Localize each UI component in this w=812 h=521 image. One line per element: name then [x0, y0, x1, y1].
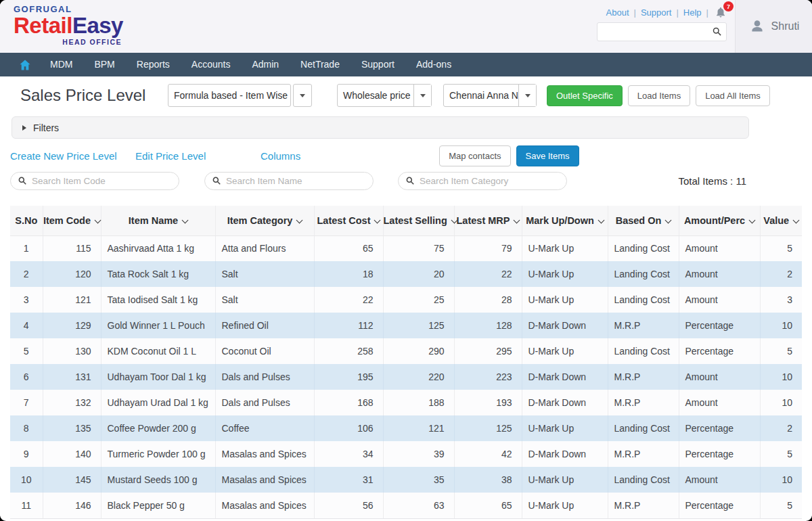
- item-name-search-input[interactable]: [226, 176, 366, 186]
- table-cell: Dals and Pulses: [215, 364, 314, 390]
- user-name: Shruti: [771, 20, 800, 32]
- home-nav-button[interactable]: [11, 58, 39, 72]
- user-menu[interactable]: Shruti: [735, 0, 812, 53]
- table-cell: Tata Rock Salt 1 kg: [101, 261, 215, 287]
- search-icon[interactable]: [712, 26, 722, 39]
- nav-item-nettrade[interactable]: NetTrade: [290, 53, 351, 76]
- dropdown-arrow-button[interactable]: [518, 85, 536, 106]
- dropdown-arrow-button[interactable]: [413, 85, 431, 106]
- nav-item-admin[interactable]: Admin: [241, 53, 290, 76]
- item-category-search-input[interactable]: [420, 176, 560, 186]
- table-cell: 135: [43, 415, 101, 441]
- support-link[interactable]: Support: [641, 7, 672, 18]
- chevron-down-icon: [182, 217, 189, 223]
- item-name-search[interactable]: [204, 172, 374, 190]
- table-row: 9140Turmeric Powder 100 gMasalas and Spi…: [10, 441, 802, 467]
- price-level-type-value: Formula based - Item Wise: [168, 84, 291, 107]
- table-cell: Amount: [679, 390, 760, 415]
- outlet-specific-button[interactable]: Outlet Specific: [547, 85, 623, 106]
- column-header-mark-up-down[interactable]: Mark Up/Down: [522, 206, 608, 235]
- save-items-button[interactable]: Save Items: [516, 145, 579, 166]
- table-cell: 22: [314, 287, 383, 313]
- caret-down-icon: [420, 94, 426, 97]
- column-label: Item Code: [43, 215, 91, 226]
- table-row: 8135Coffee Powder 200 gCoffee106121125U-…: [10, 415, 802, 441]
- help-link[interactable]: Help: [683, 7, 702, 18]
- table-cell: M.R.P: [608, 441, 679, 467]
- nav-item-bpm[interactable]: BPM: [83, 53, 125, 76]
- table-cell: Percentage: [679, 338, 760, 364]
- load-all-items-button[interactable]: Load All Items: [696, 85, 770, 106]
- dropdown-arrow-button[interactable]: [293, 84, 312, 107]
- table-cell: 9: [10, 441, 43, 467]
- item-code-search[interactable]: [10, 172, 179, 190]
- table-cell: U-Mark Up: [522, 467, 608, 493]
- table-cell: 168: [314, 390, 383, 415]
- column-label: Mark Up/Down: [526, 215, 594, 226]
- table-cell: Amount: [679, 261, 760, 287]
- chevron-down-icon: [665, 217, 672, 223]
- total-items-value: 11: [736, 175, 746, 187]
- columns-link[interactable]: Columns: [261, 150, 300, 162]
- table-cell: U-Mark Up: [522, 338, 608, 364]
- column-header-latest-cost[interactable]: Latest Cost: [314, 206, 383, 235]
- column-header-item-code[interactable]: Item Code: [43, 206, 101, 235]
- table-cell: 11: [10, 493, 43, 518]
- table-cell: Black Pepper 50 g: [101, 493, 215, 518]
- column-header-latest-selling[interactable]: Latest Selling: [383, 206, 454, 235]
- about-link[interactable]: About: [606, 7, 629, 18]
- table-cell: D-Mark Down: [522, 364, 608, 390]
- table-cell: 28: [454, 287, 522, 313]
- column-label: Item Name: [129, 215, 178, 226]
- table-cell: 140: [43, 441, 101, 467]
- nav-item-reports[interactable]: Reports: [126, 53, 181, 76]
- global-search-input[interactable]: [597, 22, 727, 41]
- nav-item-accounts[interactable]: Accounts: [181, 53, 242, 76]
- table-cell: 20: [383, 261, 454, 287]
- table-cell: Percentage: [679, 441, 760, 467]
- app-window: GOFRUGAL RetailEasy HEAD OFFICE About | …: [0, 0, 812, 521]
- column-header-based-on[interactable]: Based On: [608, 206, 679, 235]
- total-items-label: Total Items :: [678, 175, 733, 187]
- caret-right-icon: [22, 125, 26, 131]
- filters-accordion[interactable]: Filters: [12, 116, 749, 139]
- table-cell: Udhayam Urad Dal 1 kg: [101, 390, 215, 415]
- table-cell: Salt: [215, 261, 314, 287]
- global-search: [597, 22, 727, 41]
- table-cell: 5: [760, 493, 802, 518]
- column-header-value[interactable]: Value: [760, 206, 802, 235]
- table-row: 5130KDM Coconut Oil 1 LCoconut Oil258290…: [10, 338, 802, 364]
- outlet-select[interactable]: Chennai Anna Nag: [443, 84, 537, 107]
- table-cell: 146: [43, 493, 101, 518]
- create-new-price-level-link[interactable]: Create New Price Level: [10, 150, 135, 162]
- search-icon: [18, 176, 27, 185]
- nav-item-mdm[interactable]: MDM: [39, 53, 83, 76]
- column-header-item-name[interactable]: Item Name: [101, 206, 215, 235]
- table-cell: Turmeric Powder 100 g: [101, 441, 215, 467]
- table-cell: Dals and Pulses: [215, 390, 314, 415]
- column-header-item-category[interactable]: Item Category: [215, 206, 314, 235]
- table-cell: Coconut Oil: [215, 338, 314, 364]
- column-header-latest-mrp[interactable]: Latest MRP: [454, 206, 522, 235]
- table-row: 6131Udhayam Toor Dal 1 kgDals and Pulses…: [10, 364, 802, 390]
- chevron-down-icon: [296, 217, 303, 223]
- table-cell: 220: [383, 364, 454, 390]
- table-cell: 193: [454, 390, 522, 415]
- actions-row: Create New Price Level Edit Price Level …: [0, 145, 812, 166]
- map-contacts-button[interactable]: Map contacts: [439, 145, 510, 166]
- chevron-down-icon: [597, 217, 604, 223]
- item-category-search[interactable]: [398, 172, 567, 190]
- price-level-select[interactable]: Wholesale price nev: [337, 84, 432, 107]
- search-icon: [405, 176, 415, 185]
- notifications-button[interactable]: 7: [715, 6, 727, 18]
- table-cell: D-Mark Down: [522, 441, 608, 467]
- table-cell: 5: [760, 235, 802, 261]
- load-items-button[interactable]: Load Items: [628, 85, 690, 106]
- price-level-type-select[interactable]: Formula based - Item Wise: [168, 84, 313, 107]
- column-header-amount-perc[interactable]: Amount/Perc: [679, 206, 760, 235]
- nav-item-add-ons[interactable]: Add-ons: [405, 53, 462, 76]
- nav-item-support[interactable]: Support: [351, 53, 405, 76]
- edit-price-level-link[interactable]: Edit Price Level: [135, 150, 261, 162]
- table-cell: 56: [314, 493, 383, 518]
- item-code-search-input[interactable]: [32, 176, 172, 186]
